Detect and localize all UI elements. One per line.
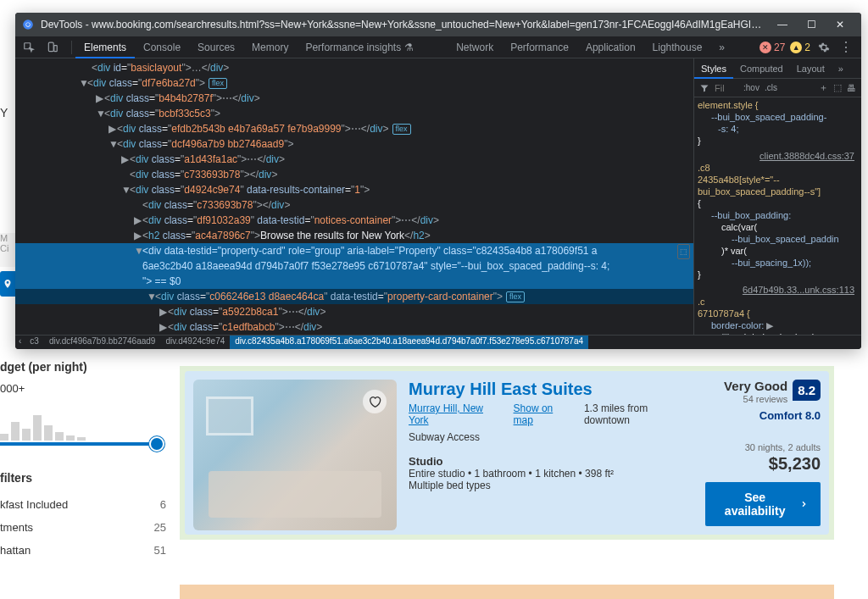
page-fragment-left: Y [0,106,10,140]
svg-point-2 [26,23,30,26]
settings-icon[interactable] [815,39,832,56]
crumb[interactable]: c3 [25,336,44,349]
styles-tab-computed[interactable]: Computed [733,58,790,78]
margin-overlay [180,585,834,599]
filter-icon[interactable] [699,83,709,93]
rating-text: Very Good [724,380,787,394]
location-link[interactable]: Murray Hill, New York [409,402,504,426]
tab-more[interactable]: » [710,36,733,58]
warning-count[interactable]: ▲2 [790,42,810,53]
breadcrumb-bar[interactable]: ‹ c3 div.dcf496a7b9.bb2746aad9 div.d4924… [15,335,861,349]
css-file-link[interactable]: client.3888dc4d.css:37 [698,147,858,162]
minimize-button[interactable]: — [768,13,797,36]
rating-score: 8.2 [793,380,821,401]
property-card-highlight: Murray Hill East Suites Murray Hill, New… [180,366,834,540]
property-info: Murray Hill East Suites Murray Hill, New… [409,380,693,526]
tab-perf-insights[interactable]: Performance insights ⚗ [297,36,422,58]
price-text: $5,230 [705,454,821,474]
nights-text: 30 nights, 2 adults [705,442,821,452]
tab-console[interactable]: Console [135,36,189,58]
inspect-element-icon[interactable] [20,39,37,56]
property-title[interactable]: Murray Hill East Suites [409,380,693,399]
see-availability-button[interactable]: See availability [705,482,821,526]
budget-slider[interactable] [0,442,161,446]
styles-panel[interactable]: Styles Computed Layout » :hov .cls ＋ ⬚ 🖶… [693,58,861,335]
svg-rect-4 [48,42,53,52]
tab-application[interactable]: Application [577,36,644,58]
styles-tab-styles[interactable]: Styles [694,58,733,78]
map-hint-fragment: MCi [0,233,15,267]
filters-sidebar: dget (per night) 000+ filters kfast Incl… [0,360,178,562]
slider-thumb[interactable] [149,436,164,452]
location-pin-icon[interactable] [0,271,15,297]
room-block: Studio Entire studio • 1 bathroom • 1 ki… [409,455,693,491]
filter-row-manhattan[interactable]: hattan51 [0,539,166,562]
tab-sources[interactable]: Sources [189,36,243,58]
subway-text: Subway Access [409,431,693,443]
error-count[interactable]: ✕27 [760,42,785,53]
tab-lighthouse[interactable]: Lighthouse [644,36,711,58]
show-on-map-link[interactable]: Show on map [514,402,574,426]
wishlist-heart-icon[interactable] [363,390,387,413]
crumb-active[interactable]: div.c82435a4b8.a178069f51.a6ae3c2b40.a18… [230,336,588,349]
devtools-titlebar[interactable]: DevTools - www.booking.com/searchresults… [15,13,861,36]
styles-tab-layout[interactable]: Layout [790,58,832,78]
crumb[interactable]: div.dcf496a7b9.bb2746aad9 [44,336,160,349]
filter-row-apartments[interactable]: tments25 [0,516,166,539]
property-pricing: Very Good 54 reviews 8.2 Comfort 8.0 30 … [705,380,821,526]
devtools-window: DevTools - www.booking.com/searchresults… [15,13,861,349]
scroll-into-view-icon[interactable]: ⬚ [677,244,690,259]
crumb[interactable]: div.d4924c9e74 [160,336,230,349]
devtools-title: DevTools - www.booking.com/searchresults… [41,19,768,31]
tab-memory[interactable]: Memory [243,36,297,58]
comfort-score: Comfort 8.0 [705,409,821,422]
maximize-button[interactable]: ☐ [797,13,826,36]
tab-elements[interactable]: Elements [75,36,135,58]
styles-tab-more[interactable]: » [832,58,850,78]
filter-row-breakfast[interactable]: kfast Included6 [0,493,166,516]
reviews-count: 54 reviews [724,394,787,404]
more-menu-icon[interactable]: ⋮ [837,39,854,56]
styles-rules[interactable]: element.style { --bui_box_spaced_padding… [694,97,861,335]
tab-performance[interactable]: Performance [502,36,577,58]
css-file-link-2[interactable]: 6d47b49b.33...unk.css:113 [698,280,858,296]
styles-filter-input[interactable] [715,83,738,93]
devtools-toolbar: Elements Console Sources Memory Performa… [15,36,861,58]
device-toolbar-icon[interactable] [44,39,61,56]
budget-heading: dget (per night) [0,360,166,374]
svg-rect-5 [54,45,58,51]
tab-network[interactable]: Network [448,36,502,58]
distance-text: 1.3 miles from downtown [584,402,693,426]
close-button[interactable]: ✕ [826,13,854,36]
property-card[interactable]: Murray Hill East Suites Murray Hill, New… [185,371,829,535]
budget-max-label: 000+ [0,382,166,395]
filters-heading: filters [0,471,166,485]
elements-tree[interactable]: <div id="basiclayout">…</div> ▼<div clas… [15,58,693,335]
chrome-icon [22,18,36,31]
property-image[interactable] [193,380,397,530]
